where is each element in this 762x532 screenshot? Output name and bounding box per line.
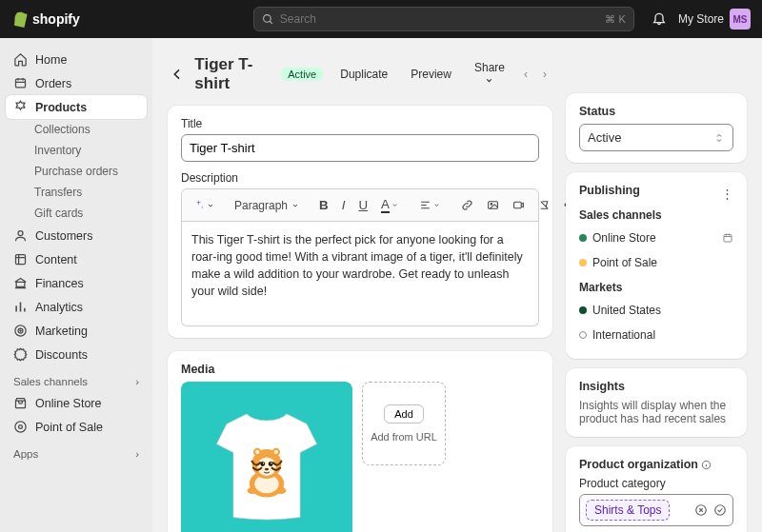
notifications-icon[interactable] <box>652 10 667 29</box>
channel-pos: Point of Sale <box>579 250 733 275</box>
align-button[interactable] <box>414 195 445 215</box>
image-button[interactable] <box>482 195 504 215</box>
nav-products[interactable]: Products <box>6 95 147 119</box>
nav-section-apps[interactable]: Apps› <box>6 439 147 463</box>
nav-purchase-orders[interactable]: Purchase orders <box>6 161 147 182</box>
svg-point-27 <box>277 487 287 494</box>
nav-discounts[interactable]: Discounts <box>6 343 147 366</box>
svg-point-0 <box>263 14 271 22</box>
topbar: shopify ⌘ K My Store MS <box>0 0 762 38</box>
share-button[interactable]: Share <box>465 56 514 92</box>
store-switcher[interactable]: My Store MS <box>678 9 751 30</box>
chevron-down-icon <box>485 76 493 85</box>
media-add-zone[interactable]: Add Add from URL <box>362 382 446 465</box>
svg-point-26 <box>248 487 257 494</box>
nav-content[interactable]: Content <box>6 247 147 271</box>
nav-collections[interactable]: Collections <box>6 119 147 140</box>
ai-generate-button[interactable] <box>188 195 219 215</box>
svg-point-23 <box>263 463 264 463</box>
markets-label: Markets <box>579 281 733 294</box>
category-input[interactable]: Shirts & Tops <box>579 494 733 526</box>
prev-product-button[interactable]: ‹ <box>518 56 533 92</box>
category-label: Product category <box>579 477 733 490</box>
description-label: Description <box>181 171 539 185</box>
status-dot-icon <box>579 234 587 242</box>
chevron-right-icon[interactable]: › <box>135 448 139 460</box>
svg-point-22 <box>269 462 273 466</box>
status-select[interactable]: Active <box>579 124 733 151</box>
search-icon <box>262 13 274 26</box>
brand-logo[interactable]: shopify <box>11 10 80 28</box>
organization-card: Product organization Product category Sh… <box>566 446 747 532</box>
tshirt-image <box>200 401 333 532</box>
confirm-icon[interactable] <box>713 503 727 517</box>
sidebar: Home Orders Products Collections Invento… <box>0 38 152 532</box>
svg-point-8 <box>15 422 26 432</box>
category-chip[interactable]: Shirts & Tops <box>586 500 670 521</box>
duplicate-button[interactable]: Duplicate <box>331 56 397 92</box>
search-box[interactable]: ⌘ K <box>253 7 634 31</box>
nav-online-store[interactable]: Online Store <box>6 391 147 415</box>
nav-gift-cards[interactable]: Gift cards <box>6 203 147 224</box>
publishing-more-icon[interactable]: ⋮ <box>721 187 733 201</box>
bold-button[interactable]: B <box>314 194 333 216</box>
status-badge: Active <box>281 68 323 81</box>
sales-channels-label: Sales channels <box>579 208 733 222</box>
editor-toolbar: Paragraph B I U A ••• <box>181 188 539 222</box>
channel-online-store: Online Store <box>579 226 733 250</box>
chevron-right-icon[interactable]: › <box>135 376 139 387</box>
preview-button[interactable]: Preview <box>401 56 461 92</box>
paragraph-style-select[interactable]: Paragraph <box>231 197 303 214</box>
link-button[interactable] <box>456 195 478 215</box>
svg-point-19 <box>255 450 259 454</box>
page-title: Tiger T-shirt <box>194 55 273 93</box>
status-dot-icon <box>579 306 587 314</box>
video-button[interactable] <box>508 195 530 215</box>
nav-section-sales-channels: Sales channels› <box>6 366 147 391</box>
media-thumbnail[interactable] <box>181 382 352 532</box>
svg-point-11 <box>491 204 492 206</box>
insights-card: Insights Insights will display when the … <box>566 368 747 437</box>
market-us: United States <box>579 298 733 323</box>
italic-button[interactable]: I <box>337 194 351 216</box>
nav-home[interactable]: Home <box>6 48 147 71</box>
clear-icon[interactable] <box>694 503 708 517</box>
svg-rect-2 <box>16 79 26 88</box>
nav-pos[interactable]: Point of Sale <box>6 415 147 439</box>
calendar-icon[interactable] <box>722 232 733 244</box>
nav-transfers[interactable]: Transfers <box>6 182 147 203</box>
nav-customers[interactable]: Customers <box>6 224 147 247</box>
search-container: ⌘ K <box>253 7 634 31</box>
svg-point-9 <box>19 425 23 429</box>
description-editor[interactable]: This Tiger T-shirt is the perfect pick f… <box>181 222 539 326</box>
next-product-button[interactable]: › <box>537 56 552 92</box>
info-icon[interactable] <box>701 460 712 470</box>
nav-inventory[interactable]: Inventory <box>6 140 147 161</box>
search-input[interactable] <box>280 12 600 26</box>
page-header: Tiger T-shirt Active Duplicate Preview S… <box>168 55 552 93</box>
status-heading: Status <box>579 105 733 118</box>
svg-point-24 <box>271 463 271 463</box>
title-description-card: Title Description Paragraph B I U A <box>168 106 552 338</box>
svg-point-31 <box>715 505 726 516</box>
brand-name: shopify <box>32 11 80 27</box>
publishing-heading: Publishing <box>579 184 640 197</box>
svg-rect-28 <box>724 235 732 243</box>
title-input[interactable] <box>181 134 539 162</box>
insights-text: Insights will display when the product h… <box>579 399 733 425</box>
media-card: Media <box>168 351 552 532</box>
nav-orders[interactable]: Orders <box>6 71 147 95</box>
nav-finances[interactable]: Finances <box>6 271 147 295</box>
svg-point-3 <box>18 231 23 236</box>
nav-marketing[interactable]: Marketing <box>6 319 147 343</box>
clear-format-button[interactable] <box>533 195 555 215</box>
svg-point-7 <box>20 330 21 331</box>
add-from-url-link[interactable]: Add from URL <box>371 431 437 443</box>
add-media-button[interactable]: Add <box>384 404 424 424</box>
media-heading: Media <box>181 363 539 376</box>
nav-analytics[interactable]: Analytics <box>6 295 147 319</box>
back-button[interactable] <box>168 63 187 86</box>
text-color-button[interactable]: A <box>376 193 403 217</box>
underline-button[interactable]: U <box>353 194 372 216</box>
svg-point-21 <box>260 462 265 466</box>
